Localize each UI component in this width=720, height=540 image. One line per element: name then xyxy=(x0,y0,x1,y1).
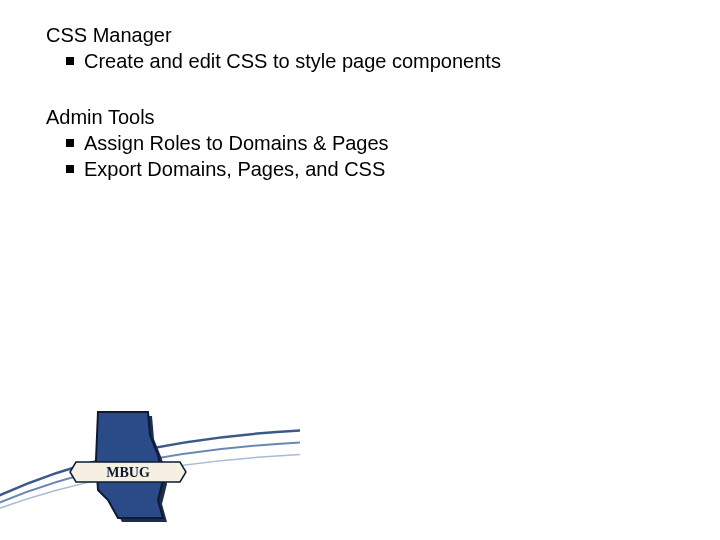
square-bullet-icon xyxy=(66,165,74,173)
square-bullet-icon xyxy=(66,57,74,65)
square-bullet-icon xyxy=(66,139,74,147)
mbug-logo: MBUG xyxy=(68,400,188,530)
bullet-text: Assign Roles to Domains & Pages xyxy=(84,132,389,154)
bullet-text: Export Domains, Pages, and CSS xyxy=(84,158,385,180)
bullet-list-css-manager: Create and edit CSS to style page compon… xyxy=(66,48,666,74)
section-title-css-manager: CSS Manager xyxy=(46,22,666,48)
list-item: Assign Roles to Domains & Pages xyxy=(66,130,666,156)
section-gap xyxy=(46,74,666,104)
section-title-admin-tools: Admin Tools xyxy=(46,104,666,130)
list-item: Create and edit CSS to style page compon… xyxy=(66,48,666,74)
bullet-text: Create and edit CSS to style page compon… xyxy=(84,50,501,72)
slide-content: CSS Manager Create and edit CSS to style… xyxy=(46,22,666,182)
bullet-list-admin-tools: Assign Roles to Domains & Pages Export D… xyxy=(66,130,666,182)
logo-banner-text: MBUG xyxy=(106,465,150,480)
list-item: Export Domains, Pages, and CSS xyxy=(66,156,666,182)
